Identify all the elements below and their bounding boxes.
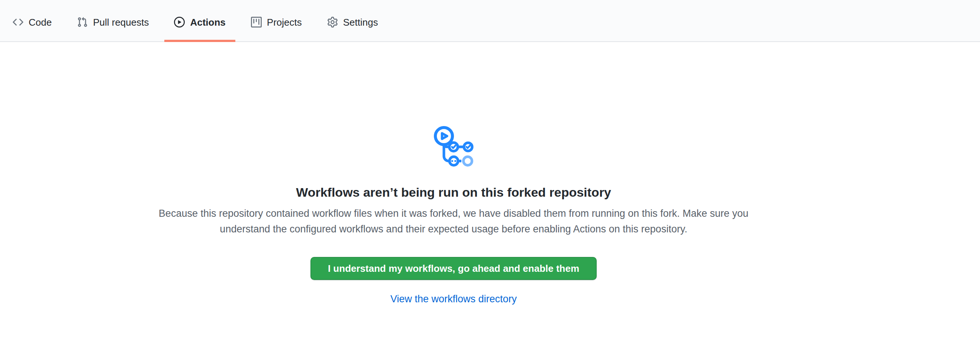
tab-code[interactable]: Code	[3, 0, 61, 41]
page-title: Workflows aren’t being run on this forke…	[0, 184, 907, 200]
tab-settings[interactable]: Settings	[318, 0, 388, 41]
tab-actions[interactable]: Actions	[164, 0, 235, 41]
play-icon	[174, 17, 185, 27]
tab-label: Actions	[190, 17, 225, 27]
active-tab-underline	[164, 40, 235, 42]
pull-request-icon	[77, 17, 88, 27]
tab-projects[interactable]: Projects	[241, 0, 312, 41]
page-description: Because this repository contained workfl…	[145, 206, 762, 237]
code-icon	[13, 17, 24, 27]
enable-workflows-button[interactable]: I understand my workflows, go ahead and …	[310, 257, 597, 280]
gear-icon	[327, 17, 338, 27]
repo-tab-nav: Code Pull requests Actions Projects Sett…	[0, 0, 980, 42]
tab-pull-requests[interactable]: Pull requests	[67, 0, 158, 41]
tab-label: Settings	[343, 17, 378, 27]
tab-label: Code	[29, 17, 52, 27]
tab-label: Pull requests	[93, 17, 149, 27]
tab-label: Projects	[267, 17, 302, 27]
project-icon	[251, 17, 262, 27]
view-workflows-directory-link[interactable]: View the workflows directory	[390, 293, 517, 305]
actions-disabled-blankslate: Workflows aren’t being run on this forke…	[0, 125, 907, 305]
workflow-graph-icon	[0, 125, 907, 169]
